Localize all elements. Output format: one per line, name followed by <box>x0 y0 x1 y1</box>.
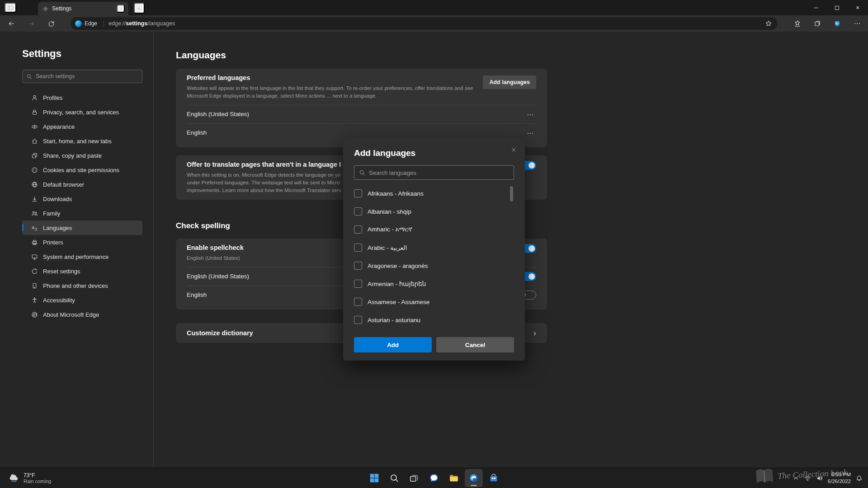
taskbar-task-view-button[interactable] <box>405 469 423 487</box>
settings-menu-button[interactable] <box>849 17 865 30</box>
back-button[interactable] <box>5 17 18 30</box>
language-checkbox[interactable] <box>354 262 362 270</box>
volume-button[interactable] <box>816 475 823 482</box>
url-path: /languages <box>147 20 175 27</box>
taskbar-edge-button[interactable] <box>465 469 483 487</box>
language-option-aragonese[interactable]: Aragonese - aragonés <box>354 257 514 275</box>
notifications-button[interactable] <box>856 475 863 482</box>
sidebar-item-system-and-performance[interactable]: System and performance <box>22 249 142 264</box>
sidebar-item-appearance[interactable]: Appearance <box>22 119 142 134</box>
back-arrow-icon <box>8 20 15 27</box>
weather-widget[interactable]: 73°F Rain coming <box>4 468 56 488</box>
language-checkbox[interactable] <box>354 207 362 216</box>
add-languages-button[interactable]: Add languages <box>483 75 536 89</box>
dialog-scrollbar-thumb[interactable] <box>510 186 513 202</box>
add-favorite-star-icon[interactable] <box>765 20 772 27</box>
language-option-albanian[interactable]: Albanian - shqip <box>354 202 514 221</box>
language-checkbox[interactable] <box>354 244 362 252</box>
browser-essentials-icon <box>834 20 841 27</box>
preferred-language-rows: English (United States)…English… <box>187 105 536 142</box>
forward-button[interactable] <box>24 17 38 30</box>
edge-logo-icon <box>75 20 82 27</box>
volume-icon <box>816 475 823 482</box>
tab-actions-icon[interactable] <box>5 3 16 13</box>
sidebar-item-accessibility[interactable]: Accessibility <box>22 293 142 307</box>
language-option-arabic[interactable]: Arabic - العربية <box>354 239 514 257</box>
new-tab-button[interactable]: + <box>134 3 145 14</box>
sidebar-item-about-microsoft-edge[interactable]: About Microsoft Edge <box>22 307 142 322</box>
taskbar-search-button[interactable] <box>385 469 403 487</box>
toolbar-actions <box>789 15 865 32</box>
language-checkbox[interactable] <box>354 280 362 288</box>
dialog-close-button[interactable] <box>509 145 519 155</box>
windows-taskbar: 73°F Rain coming 6:53 PM 6/26/2022 <box>0 468 868 488</box>
home-icon <box>31 138 38 145</box>
cancel-button[interactable]: Cancel <box>436 337 514 352</box>
taskbar-explorer-button[interactable] <box>445 469 463 487</box>
taskbar-start-button[interactable] <box>365 469 383 487</box>
favorites-button[interactable] <box>789 17 806 30</box>
site-badge[interactable]: Edge <box>73 20 99 27</box>
site-badge-label: Edge <box>85 20 97 27</box>
sidebar-item-family[interactable]: Family <box>22 206 142 221</box>
sidebar-item-default-browser[interactable]: Default browser <box>22 177 142 192</box>
language-option-afrikaans[interactable]: Afrikaans - Afrikaans <box>354 184 514 202</box>
person-icon <box>31 94 38 101</box>
sidebar-nav: ProfilesPrivacy, search, and servicesApp… <box>0 90 153 322</box>
minimize-button[interactable] <box>806 0 826 15</box>
hidden-icons-button[interactable] <box>793 475 799 482</box>
family-icon <box>31 210 38 217</box>
sidebar-item-cookies-and-site-permissions[interactable]: Cookies and site permissions <box>22 163 142 177</box>
maximize-button[interactable] <box>826 0 847 15</box>
svg-text:文: 文 <box>35 227 38 230</box>
ellipsis-menu-icon <box>854 20 861 27</box>
language-checkbox[interactable] <box>354 189 362 197</box>
language-checkbox[interactable] <box>354 298 362 306</box>
sidebar-item-label: Accessibility <box>43 297 75 304</box>
sidebar-item-privacy-search-and-services[interactable]: Privacy, search, and services <box>22 105 142 119</box>
browser-essentials-button[interactable] <box>829 17 845 30</box>
language-checkbox[interactable] <box>354 316 362 324</box>
collections-button[interactable] <box>809 17 826 30</box>
dialog-search-input[interactable] <box>369 169 509 176</box>
sidebar-item-downloads[interactable]: Downloads <box>22 192 142 206</box>
dialog-title: Add languages <box>354 148 514 158</box>
browser-tab[interactable]: Settings <box>38 2 128 15</box>
weather-temp: 73°F <box>24 472 51 479</box>
refresh-icon <box>48 20 55 27</box>
language-checkbox[interactable] <box>354 225 362 234</box>
refresh-button[interactable] <box>44 17 58 30</box>
sidebar-item-reset-settings[interactable]: Reset settings <box>22 264 142 278</box>
sidebar-item-start-home-and-new-tabs[interactable]: Start, home, and new tabs <box>22 134 142 148</box>
close-window-button[interactable]: × <box>847 0 868 15</box>
clock[interactable]: 6:53 PM 6/26/2022 <box>828 471 851 485</box>
sidebar-item-label: Default browser <box>43 181 84 188</box>
more-actions-button[interactable]: … <box>525 109 536 119</box>
url-host: settings <box>126 20 147 27</box>
taskbar-store-button[interactable] <box>485 469 503 487</box>
chevron-up-icon <box>793 475 799 482</box>
taskbar-chat-button[interactable] <box>425 469 443 487</box>
sidebar-item-share-copy-and-paste[interactable]: Share, copy and paste <box>22 148 142 163</box>
reset-icon <box>31 268 38 275</box>
tray-date: 6/26/2022 <box>828 478 851 485</box>
dialog-search-box[interactable] <box>354 165 514 180</box>
sidebar-item-label: Share, copy and paste <box>43 152 102 159</box>
language-option-assamese[interactable]: Assamese - Assamese <box>354 293 514 311</box>
sidebar-item-label: About Microsoft Edge <box>43 311 99 318</box>
sidebar-item-printers[interactable]: Printers <box>22 235 142 249</box>
more-actions-button[interactable]: … <box>525 128 536 138</box>
language-option-armenian[interactable]: Armenian - հայերեն <box>354 275 514 293</box>
sidebar-item-profiles[interactable]: Profiles <box>22 90 142 105</box>
add-button[interactable]: Add <box>354 337 432 352</box>
settings-search-box[interactable] <box>22 70 142 83</box>
language-option-asturian[interactable]: Asturian - asturianu <box>354 311 514 328</box>
customize-dictionary-label: Customize dictionary <box>187 329 253 337</box>
sidebar-item-languages[interactable]: A文Languages <box>22 221 142 235</box>
sidebar-item-phone-and-other-devices[interactable]: Phone and other devices <box>22 278 142 293</box>
settings-search-input[interactable] <box>36 73 138 80</box>
tab-close-icon[interactable] <box>117 5 125 13</box>
language-option-amharic[interactable]: Amharic - አማርኛ <box>354 221 514 239</box>
address-bar[interactable]: Edge edge://settings/languages <box>71 17 778 30</box>
network-button[interactable] <box>804 475 811 482</box>
